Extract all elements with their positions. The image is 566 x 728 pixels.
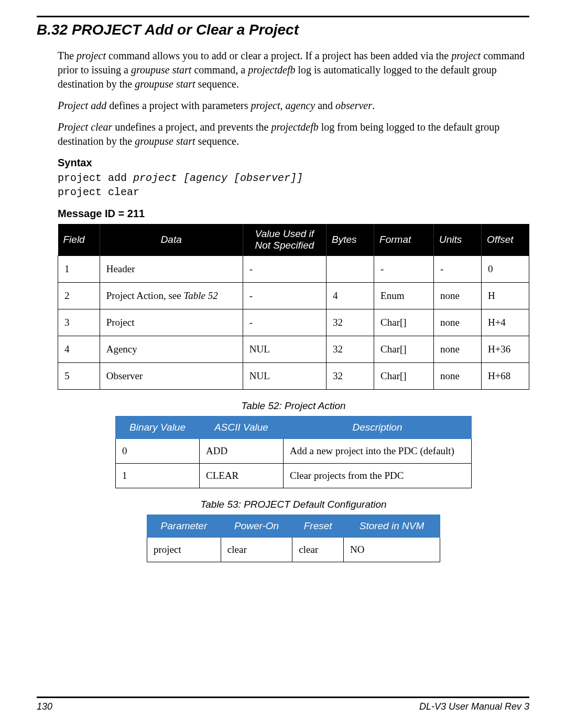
cell-format: Char[] (374, 309, 434, 336)
th-units: Units (433, 224, 481, 256)
term-project-add: Project add (58, 100, 106, 111)
cell-value: - (243, 256, 326, 283)
cell-data-text: Agency (106, 344, 137, 355)
text: command, a (191, 64, 248, 76)
cell-freset: clear (292, 538, 344, 562)
th-bytes: Bytes (326, 224, 374, 256)
term-projectdefb: projectdefb (248, 64, 295, 76)
cell-units: none (433, 336, 481, 363)
cell-field: 5 (58, 363, 100, 390)
table-row: project clear clear NO (147, 538, 440, 562)
th-offset: Offset (481, 224, 529, 256)
cell-param: project (147, 538, 221, 562)
table-header-row: Field Data Value Used if Not Specified B… (58, 224, 529, 256)
syntax-line-1: project add project [agency [observer]] (58, 171, 529, 185)
footer-rule (37, 697, 529, 698)
project-action-table: Binary Value ASCII Value Description 0 A… (115, 416, 472, 488)
cell-bv: 0 (116, 439, 200, 464)
th-ascii-value: ASCII Value (200, 416, 284, 439)
th-format: Format (374, 224, 434, 256)
term-project-clear: Project clear (58, 121, 112, 133)
cell-av: ADD (200, 439, 284, 464)
cell-units: none (433, 309, 481, 336)
cell-format: Char[] (374, 336, 434, 363)
cell-offset: H+36 (481, 336, 529, 363)
cell-value: NUL (243, 336, 326, 363)
text: command allows you to add or clear a pro… (106, 50, 451, 61)
cell-field: 1 (58, 256, 100, 283)
page-footer: 130 DL-V3 User Manual Rev 3 (37, 697, 529, 712)
th-data: Data (100, 224, 243, 256)
term-project: project (251, 100, 280, 111)
cell-units: none (433, 283, 481, 309)
message-table: Field Data Value Used if Not Specified B… (58, 224, 529, 390)
cell-bytes: 32 (326, 309, 374, 336)
text: sequence. (195, 78, 239, 90)
table-row: 1 CLEAR Clear projects from the PDC (116, 464, 472, 488)
cell-bytes: 32 (326, 363, 374, 390)
cell-data: Agency (100, 336, 243, 363)
text: sequence. (195, 135, 239, 147)
th-freset: Freset (292, 515, 344, 538)
table-row: 0 ADD Add a new project into the PDC (de… (116, 439, 472, 464)
cell-value: NUL (243, 363, 326, 390)
page-number: 130 (37, 701, 52, 712)
code-args: project [agency [observer]] (133, 172, 303, 184)
table-row: 5 Observer NUL 32 Char[] none H+68 (58, 363, 529, 390)
table52-caption: Table 52: Project Action (58, 400, 529, 412)
th-field: Field (58, 224, 100, 256)
syntax-line-2: project clear (58, 185, 529, 199)
content-body: The project command allows you to add or… (37, 49, 529, 562)
table-row: 2 Project Action, see Table 52 - 4 Enum … (58, 283, 529, 309)
cell-offset: H+68 (481, 363, 529, 390)
th-power-on: Power-On (221, 515, 292, 538)
cell-data: Project Action, see Table 52 (100, 283, 243, 309)
cell-data: Project (100, 309, 243, 336)
cell-data-text: Header (106, 263, 135, 274)
cell-field: 2 (58, 283, 100, 309)
cell-data-text: Project (106, 317, 135, 328)
cell-format: Char[] (374, 363, 434, 390)
term-observer: observer (335, 100, 372, 111)
term-projectdefb: projectdefb (271, 121, 318, 133)
footer-row: 130 DL-V3 User Manual Rev 3 (37, 701, 529, 712)
cell-field: 3 (58, 309, 100, 336)
cell-bytes: 4 (326, 283, 374, 309)
cell-nvm: NO (343, 538, 440, 562)
th-value: Value Used if Not Specified (243, 224, 326, 256)
cell-units: none (433, 363, 481, 390)
section-title: B.32 PROJECT Add or Clear a Project (37, 22, 529, 38)
table-row: 1 Header - - - 0 (58, 256, 529, 283)
term-groupuse-start: groupuse start (135, 78, 195, 90)
cell-bv: 1 (116, 464, 200, 488)
cell-av: CLEAR (200, 464, 284, 488)
table-header-row: Parameter Power-On Freset Stored in NVM (147, 515, 440, 538)
cell-field: 4 (58, 336, 100, 363)
th-parameter: Parameter (147, 515, 221, 538)
cell-desc: Clear projects from the PDC (284, 464, 472, 488)
paragraph-2: Project add defines a project with param… (58, 99, 529, 113)
top-rule (37, 16, 529, 17)
term-project: project (77, 50, 106, 61)
text: and (315, 100, 335, 111)
cell-offset: H+4 (481, 309, 529, 336)
cell-bytes: 32 (326, 336, 374, 363)
table-row: 3 Project - 32 Char[] none H+4 (58, 309, 529, 336)
cell-data-text: Observer (106, 370, 143, 381)
cell-data-ital: Table 52 (183, 290, 217, 301)
text: . (372, 100, 375, 111)
cell-bytes (326, 256, 374, 283)
term-groupuse-start: groupuse start (131, 64, 191, 76)
doc-revision: DL-V3 User Manual Rev 3 (419, 701, 529, 712)
paragraph-3: Project clear undefines a project, and p… (58, 120, 529, 148)
text: undefines a project, and prevents the (112, 121, 271, 133)
code-text: project add (58, 172, 133, 184)
term-agency: agency (286, 100, 315, 111)
cell-value: - (243, 309, 326, 336)
term-project: project (451, 50, 481, 61)
cell-offset: 0 (481, 256, 529, 283)
cell-value: - (243, 283, 326, 309)
cell-poweron: clear (221, 538, 292, 562)
cell-data-text: Project Action, see (106, 290, 184, 301)
term-groupuse-start: groupuse start (135, 135, 195, 147)
